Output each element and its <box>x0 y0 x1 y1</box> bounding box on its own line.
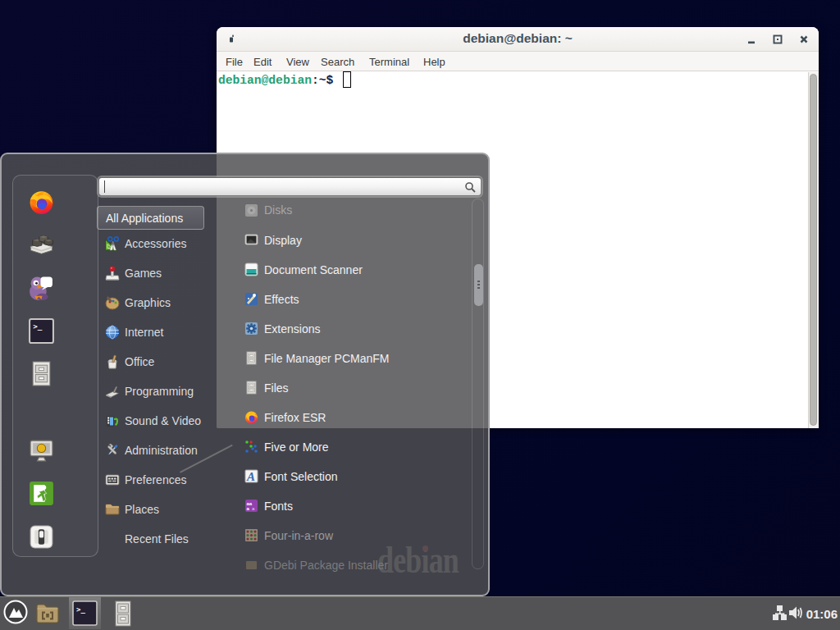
svg-text:>_: >_ <box>33 322 43 331</box>
svg-text:A: A <box>246 470 255 483</box>
svg-text:>_: >_ <box>76 605 85 614</box>
